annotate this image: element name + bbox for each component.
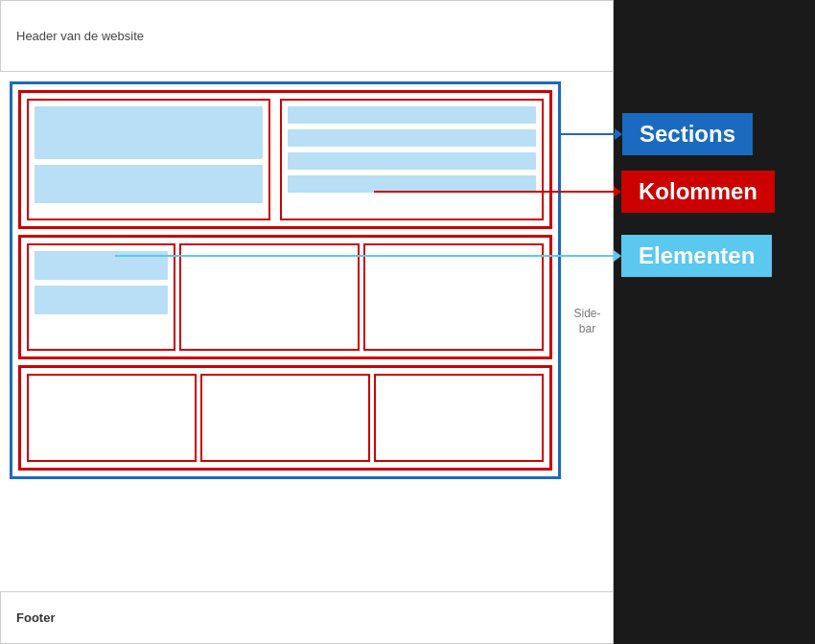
element-1-2-1 [288,106,536,124]
column-3-2 [200,374,370,462]
element-1-2-3 [288,152,536,170]
element-1-1-2 [35,165,263,203]
element-1-1-1 [35,106,263,159]
sections-callout-line [559,133,615,135]
sections-callout-label: Sections [622,113,753,155]
main-content-area: Header van de website [0,0,614,644]
kolommen-callout-line [374,191,614,193]
header-label: Header van de website [16,29,144,43]
column-3-3 [374,374,544,462]
elementen-callout: Elementen [115,235,772,277]
content-wrapper [10,81,561,479]
sidebar-label: Side-bar [566,307,609,336]
kolommen-callout-label: Kolommen [621,171,775,213]
header-zone: Header van de website [0,0,614,72]
elementen-callout-line [115,255,614,257]
column-3-1 [27,374,197,462]
kolommen-callout: Kolommen [374,171,775,213]
elementen-callout-arrow [614,250,621,262]
column-1-1 [27,99,270,220]
elementen-callout-label: Elementen [621,235,772,277]
sections-callout-arrow [615,128,622,140]
right-panel [614,0,815,644]
section-row-3 [18,365,552,471]
element-1-2-2 [288,129,536,147]
element-2-1-2 [35,286,168,314]
footer-label: Footer [16,610,55,625]
kolommen-callout-arrow [614,186,621,197]
footer-zone: Footer [0,591,614,644]
sections-callout: Sections [559,113,753,155]
